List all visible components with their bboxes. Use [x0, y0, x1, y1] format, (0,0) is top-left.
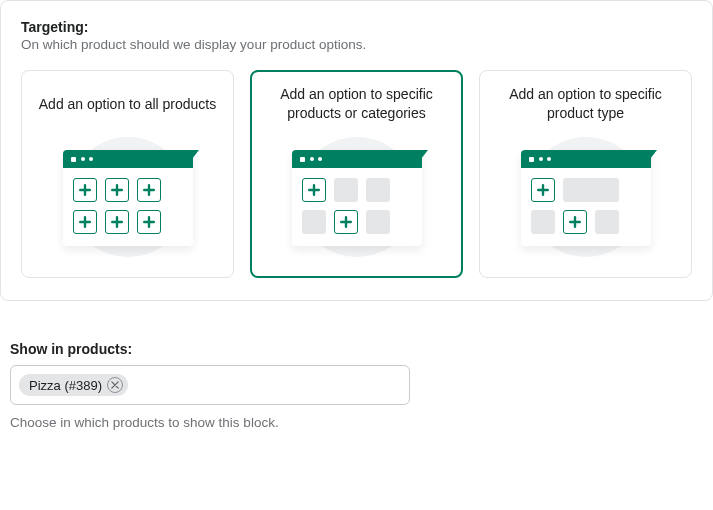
show-in-products-label: Show in products:: [10, 341, 693, 357]
remove-tag-button[interactable]: [107, 377, 123, 393]
plus-icon: [531, 178, 555, 202]
targeting-cards: Add an option to all products: [21, 70, 692, 278]
product-tag-text: Pizza (#389): [29, 378, 102, 393]
product-tag: Pizza (#389): [19, 374, 128, 396]
products-tag-input[interactable]: Pizza (#389): [10, 365, 410, 405]
card-title: Add an option to all products: [32, 85, 223, 123]
targeting-title: Targeting:: [21, 19, 692, 35]
plus-icon: [73, 210, 97, 234]
plus-icon: [334, 210, 358, 234]
targeting-panel: Targeting: On which product should we di…: [0, 0, 713, 301]
plus-icon: [137, 178, 161, 202]
targeting-subtitle: On which product should we display your …: [21, 37, 692, 52]
targeting-card-all-products[interactable]: Add an option to all products: [21, 70, 234, 278]
show-in-products-helper: Choose in which products to show this bl…: [10, 415, 693, 430]
plus-icon: [563, 210, 587, 234]
targeting-card-product-type[interactable]: Add an option to specific product type: [479, 70, 692, 278]
card-title: Add an option to specific products or ca…: [261, 85, 452, 123]
plus-icon: [105, 178, 129, 202]
card-illustration: [261, 133, 452, 263]
card-title: Add an option to specific product type: [490, 85, 681, 123]
plus-icon: [137, 210, 161, 234]
show-in-products-panel: Show in products: Pizza (#389) Choose in…: [0, 341, 713, 452]
close-icon: [111, 381, 119, 389]
targeting-card-specific-products[interactable]: Add an option to specific products or ca…: [250, 70, 463, 278]
card-illustration: [32, 133, 223, 263]
plus-icon: [73, 178, 97, 202]
plus-icon: [302, 178, 326, 202]
card-illustration: [490, 133, 681, 263]
plus-icon: [105, 210, 129, 234]
